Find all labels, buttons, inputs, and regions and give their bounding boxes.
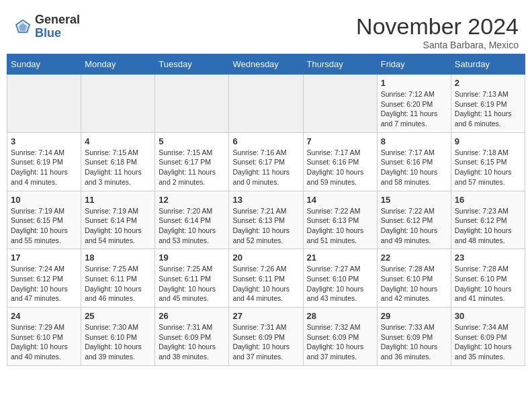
day-cell: 7Sunrise: 7:17 AM Sunset: 6:16 PM Daylig… [303, 132, 377, 191]
day-cell: 23Sunrise: 7:28 AM Sunset: 6:10 PM Dayli… [451, 249, 525, 308]
day-number: 30 [455, 311, 521, 321]
day-number: 8 [381, 136, 447, 146]
location: Santa Barbara, Mexico [356, 40, 519, 50]
day-number: 24 [11, 311, 77, 321]
day-info: Sunrise: 7:28 AM Sunset: 6:10 PM Dayligh… [381, 264, 447, 304]
day-info: Sunrise: 7:26 AM Sunset: 6:11 PM Dayligh… [232, 264, 299, 304]
logo: General Blue [13, 13, 80, 40]
day-info: Sunrise: 7:12 AM Sunset: 6:20 PM Dayligh… [381, 89, 447, 129]
day-cell: 13Sunrise: 7:21 AM Sunset: 6:13 PM Dayli… [229, 191, 303, 249]
day-number: 28 [307, 311, 373, 321]
day-number: 18 [85, 253, 151, 263]
day-info: Sunrise: 7:25 AM Sunset: 6:11 PM Dayligh… [159, 264, 225, 304]
day-cell [81, 75, 155, 133]
day-cell: 1Sunrise: 7:12 AM Sunset: 6:20 PM Daylig… [377, 75, 451, 133]
day-info: Sunrise: 7:31 AM Sunset: 6:09 PM Dayligh… [159, 322, 225, 362]
day-number: 25 [85, 311, 151, 321]
day-cell: 6Sunrise: 7:16 AM Sunset: 6:17 PM Daylig… [229, 132, 303, 191]
day-cell [229, 75, 303, 133]
day-info: Sunrise: 7:20 AM Sunset: 6:14 PM Dayligh… [159, 206, 225, 246]
day-cell: 20Sunrise: 7:26 AM Sunset: 6:11 PM Dayli… [229, 249, 303, 308]
calendar-header: Sunday Monday Tuesday Wednesday Thursday… [7, 54, 525, 75]
day-number: 22 [381, 253, 447, 263]
day-number: 29 [381, 311, 447, 321]
day-number: 4 [85, 136, 151, 146]
day-info: Sunrise: 7:31 AM Sunset: 6:09 PM Dayligh… [232, 322, 299, 362]
day-cell: 27Sunrise: 7:31 AM Sunset: 6:09 PM Dayli… [229, 308, 303, 366]
week-row-4: 17Sunrise: 7:24 AM Sunset: 6:12 PM Dayli… [7, 249, 525, 308]
day-cell [303, 75, 377, 133]
day-number: 23 [455, 253, 521, 263]
logo-icon [13, 17, 32, 36]
day-number: 14 [307, 195, 373, 205]
day-number: 15 [381, 195, 447, 205]
week-row-2: 3Sunrise: 7:14 AM Sunset: 6:19 PM Daylig… [7, 132, 525, 191]
day-info: Sunrise: 7:19 AM Sunset: 6:14 PM Dayligh… [85, 206, 151, 246]
day-info: Sunrise: 7:22 AM Sunset: 6:12 PM Dayligh… [381, 206, 447, 246]
day-number: 11 [85, 195, 151, 205]
month-title: November 2024 [356, 13, 519, 40]
day-info: Sunrise: 7:15 AM Sunset: 6:18 PM Dayligh… [85, 148, 151, 187]
col-thursday: Thursday [303, 54, 377, 75]
day-cell: 12Sunrise: 7:20 AM Sunset: 6:14 PM Dayli… [155, 191, 229, 249]
week-row-3: 10Sunrise: 7:19 AM Sunset: 6:15 PM Dayli… [7, 191, 525, 249]
day-number: 2 [455, 78, 521, 88]
day-number: 17 [11, 253, 77, 263]
day-cell: 5Sunrise: 7:15 AM Sunset: 6:17 PM Daylig… [155, 132, 229, 191]
day-info: Sunrise: 7:15 AM Sunset: 6:17 PM Dayligh… [159, 148, 225, 187]
day-cell: 18Sunrise: 7:25 AM Sunset: 6:11 PM Dayli… [81, 249, 155, 308]
day-info: Sunrise: 7:17 AM Sunset: 6:16 PM Dayligh… [381, 148, 447, 187]
col-sunday: Sunday [7, 54, 81, 75]
title-block: November 2024 Santa Barbara, Mexico [356, 13, 519, 50]
day-cell: 2Sunrise: 7:13 AM Sunset: 6:19 PM Daylig… [451, 75, 525, 133]
day-cell: 25Sunrise: 7:30 AM Sunset: 6:10 PM Dayli… [81, 308, 155, 366]
header-row: Sunday Monday Tuesday Wednesday Thursday… [7, 54, 525, 75]
day-cell: 14Sunrise: 7:22 AM Sunset: 6:13 PM Dayli… [303, 191, 377, 249]
day-info: Sunrise: 7:21 AM Sunset: 6:13 PM Dayligh… [232, 206, 299, 246]
day-number: 26 [159, 311, 225, 321]
day-info: Sunrise: 7:14 AM Sunset: 6:19 PM Dayligh… [11, 148, 77, 187]
day-cell [155, 75, 229, 133]
day-cell: 28Sunrise: 7:32 AM Sunset: 6:09 PM Dayli… [303, 308, 377, 366]
day-number: 19 [159, 253, 225, 263]
day-info: Sunrise: 7:16 AM Sunset: 6:17 PM Dayligh… [232, 148, 299, 187]
day-number: 12 [159, 195, 225, 205]
day-cell: 19Sunrise: 7:25 AM Sunset: 6:11 PM Dayli… [155, 249, 229, 308]
day-number: 27 [232, 311, 299, 321]
day-cell: 16Sunrise: 7:23 AM Sunset: 6:12 PM Dayli… [451, 191, 525, 249]
day-info: Sunrise: 7:22 AM Sunset: 6:13 PM Dayligh… [307, 206, 373, 246]
day-cell: 24Sunrise: 7:29 AM Sunset: 6:10 PM Dayli… [7, 308, 81, 366]
day-number: 21 [307, 253, 373, 263]
day-number: 7 [307, 136, 373, 146]
col-tuesday: Tuesday [155, 54, 229, 75]
day-info: Sunrise: 7:30 AM Sunset: 6:10 PM Dayligh… [85, 322, 151, 362]
day-info: Sunrise: 7:17 AM Sunset: 6:16 PM Dayligh… [307, 148, 373, 187]
day-info: Sunrise: 7:23 AM Sunset: 6:12 PM Dayligh… [455, 206, 521, 246]
day-number: 3 [11, 136, 77, 146]
day-cell: 15Sunrise: 7:22 AM Sunset: 6:12 PM Dayli… [377, 191, 451, 249]
day-info: Sunrise: 7:18 AM Sunset: 6:15 PM Dayligh… [455, 148, 521, 187]
day-cell: 29Sunrise: 7:33 AM Sunset: 6:09 PM Dayli… [377, 308, 451, 366]
col-monday: Monday [81, 54, 155, 75]
day-number: 1 [381, 78, 447, 88]
day-cell [7, 75, 81, 133]
day-info: Sunrise: 7:27 AM Sunset: 6:10 PM Dayligh… [307, 264, 373, 304]
day-cell: 17Sunrise: 7:24 AM Sunset: 6:12 PM Dayli… [7, 249, 81, 308]
day-cell: 11Sunrise: 7:19 AM Sunset: 6:14 PM Dayli… [81, 191, 155, 249]
day-info: Sunrise: 7:33 AM Sunset: 6:09 PM Dayligh… [381, 322, 447, 362]
day-number: 10 [11, 195, 77, 205]
week-row-5: 24Sunrise: 7:29 AM Sunset: 6:10 PM Dayli… [7, 308, 525, 366]
day-info: Sunrise: 7:34 AM Sunset: 6:09 PM Dayligh… [455, 322, 521, 362]
col-saturday: Saturday [451, 54, 525, 75]
day-number: 9 [455, 136, 521, 146]
day-info: Sunrise: 7:28 AM Sunset: 6:10 PM Dayligh… [455, 264, 521, 304]
day-number: 20 [232, 253, 299, 263]
day-cell: 4Sunrise: 7:15 AM Sunset: 6:18 PM Daylig… [81, 132, 155, 191]
week-row-1: 1Sunrise: 7:12 AM Sunset: 6:20 PM Daylig… [7, 75, 525, 133]
day-info: Sunrise: 7:24 AM Sunset: 6:12 PM Dayligh… [11, 264, 77, 304]
day-number: 6 [232, 136, 299, 146]
day-number: 5 [159, 136, 225, 146]
logo-blue-text: Blue [35, 27, 80, 40]
day-cell: 30Sunrise: 7:34 AM Sunset: 6:09 PM Dayli… [451, 308, 525, 366]
day-cell: 3Sunrise: 7:14 AM Sunset: 6:19 PM Daylig… [7, 132, 81, 191]
